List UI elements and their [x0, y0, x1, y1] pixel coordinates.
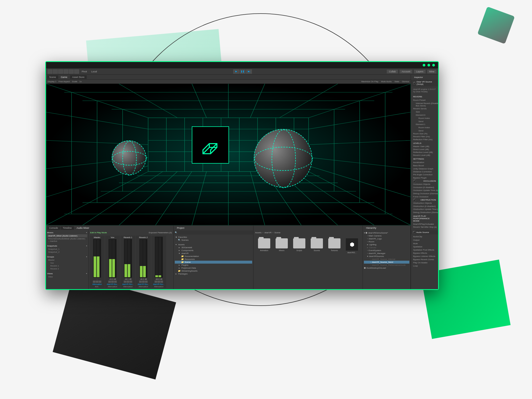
gizmos-toggle[interactable]: Gizmos	[402, 80, 409, 83]
tab-audio-mixer[interactable]: Audio Mixer	[74, 226, 92, 230]
mixer-channel[interactable]: Reverb 2 -46.2 dB dearVR Rev... Attenuat…	[136, 236, 151, 288]
folder-item[interactable]: ▸Plugins	[175, 264, 252, 267]
component-header[interactable]: Dear VR Source (Script)	[411, 80, 438, 86]
add-mixer-icon[interactable]: +	[86, 231, 87, 234]
hierarchy-item[interactable]: ▫Main Camera	[364, 234, 409, 237]
group-item[interactable]: Master	[47, 259, 87, 261]
hierarchy-item[interactable]: ▸Canvas	[364, 246, 409, 249]
occlusion-toggle[interactable]	[413, 180, 416, 182]
bypass-button[interactable]	[145, 281, 148, 283]
hierarchy-item[interactable]: ▫dearVR_Source_Performancemode	[364, 264, 409, 267]
hierarchy-item[interactable]: ▫Room	[364, 240, 409, 243]
channel-effect[interactable]: dearVR Rev...	[107, 283, 118, 285]
snapshot-item[interactable]: Snapshot_1	[47, 248, 87, 251]
asset-folder[interactable]: Scripts	[292, 238, 306, 251]
window-control-min[interactable]	[423, 64, 425, 66]
maximize-on-play[interactable]: Maximize On Play	[361, 80, 378, 83]
asset-folder[interactable]: Animation	[257, 238, 271, 251]
mute-button[interactable]	[127, 281, 129, 283]
mute-button[interactable]	[111, 281, 114, 283]
scene-root[interactable]: ▾ ⬢dearVRDemoScene*	[364, 231, 409, 234]
account-dropdown[interactable]: Account	[400, 70, 413, 73]
view-item[interactable]: View	[47, 275, 87, 278]
rotate-tool[interactable]	[58, 69, 63, 74]
collab-dropdown[interactable]: Collab	[387, 70, 398, 73]
group-item[interactable]: Reverb 1	[47, 264, 87, 267]
mixer-channel[interactable]: Master - Attenuation Add..	[90, 236, 105, 288]
channel-attenuation[interactable]: Attenuation	[139, 286, 148, 288]
edit-in-play-mode[interactable]: Edit In Play Mode	[90, 231, 107, 234]
tab-console[interactable]: Console	[47, 226, 60, 230]
hierarchy-item[interactable]: ▫dearVR_Logo	[364, 237, 409, 240]
folder-item-selected[interactable]: 📁Scene	[175, 261, 252, 264]
tab-asset-store[interactable]: Asset Store	[70, 75, 87, 79]
bypass-button[interactable]	[114, 281, 117, 283]
crumb[interactable]: Assets	[255, 231, 261, 234]
channel-meter[interactable]	[124, 239, 132, 278]
channel-meter[interactable]	[93, 239, 101, 278]
channel-effect[interactable]: dearVR Rev...	[138, 283, 149, 285]
rect-tool[interactable]	[69, 69, 74, 74]
component-enable-checkbox[interactable]	[413, 82, 415, 84]
audio-source-component[interactable]: Audio Source	[411, 230, 438, 234]
folder-item[interactable]: 📁Documentation	[175, 255, 252, 258]
asset-folder[interactable]: Textures	[327, 238, 341, 251]
snapshot-item[interactable]: Snapshot_2	[47, 251, 87, 253]
tab-inspector[interactable]: Inspector	[412, 76, 425, 79]
asset-scene[interactable]: ⬢dearVRD...	[345, 238, 359, 253]
pivot-toggle[interactable]: Pivot	[80, 70, 89, 73]
bypass-button[interactable]	[160, 281, 163, 283]
solo-button[interactable]	[108, 281, 111, 283]
hierarchy-item[interactable]: ▫dearVR_Source_Internal	[364, 258, 409, 261]
asset-folder[interactable]: Mixers	[275, 238, 289, 251]
add-snapshot-icon[interactable]: +	[86, 245, 87, 247]
channel-attenuation[interactable]: Attenuation	[123, 286, 132, 288]
play-button[interactable]: ▶	[233, 69, 239, 74]
channel-attenuation[interactable]: Attenuation	[154, 286, 163, 288]
mixer-item[interactable]: ResonanceAudioMixer (Audio Listener) – I…	[47, 237, 87, 243]
scale-tool[interactable]	[64, 69, 68, 74]
display-dropdown[interactable]: Display 1	[48, 80, 56, 83]
tab-hierarchy[interactable]: Hierarchy	[364, 226, 379, 230]
mute-audio[interactable]: Mute Audio	[381, 80, 392, 83]
channel-meter[interactable]	[109, 239, 117, 278]
channel-meter[interactable]	[155, 237, 163, 278]
game-viewport[interactable]	[46, 84, 411, 225]
add-group-icon[interactable]: +	[86, 256, 87, 258]
folder-item[interactable]: 📁StreamingAssets	[175, 269, 252, 272]
mute-button[interactable]	[142, 281, 145, 283]
mixer-item[interactable]: dearVR_Mixer (Audio Listener)	[47, 234, 87, 237]
mixer-channel[interactable]: -80.0 dB dearVR Rev... Attenuation	[151, 236, 166, 288]
audio-source-enable[interactable]	[413, 231, 415, 234]
folder-item[interactable]: ▸Polybrush Data	[175, 267, 252, 269]
channel-effect[interactable]: dearVR Rev...	[153, 283, 164, 285]
favorites-header[interactable]: ★Favorites	[175, 236, 252, 239]
tab-project[interactable]: Project	[175, 226, 186, 230]
packages-header[interactable]: ▸Packages	[175, 272, 252, 275]
channel-attenuation[interactable]: Add..	[95, 286, 99, 288]
hierarchy-item[interactable]: ▫dearVR_Manager	[364, 252, 409, 255]
hierarchy-item[interactable]: ▾dearVRSources	[364, 255, 409, 258]
aspect-dropdown[interactable]: Free Aspect	[59, 80, 70, 83]
folder-item[interactable]: ▸3DGamekit	[175, 246, 252, 249]
folder-item[interactable]: ▾dearVR	[175, 252, 252, 255]
local-toggle[interactable]: Local	[90, 70, 99, 73]
mute-button[interactable]	[157, 281, 160, 283]
layers-dropdown[interactable]: Layers	[414, 70, 425, 73]
search-scenes[interactable]: 🔍Scenes	[175, 239, 252, 242]
project-search[interactable]: 🔍	[174, 230, 253, 235]
solo-button[interactable]	[139, 281, 142, 283]
crumb[interactable]: dearVR	[264, 231, 272, 234]
channel-effect[interactable]: dearVR Rev...	[122, 283, 134, 285]
step-button[interactable]: ▶|	[246, 69, 252, 74]
transform-tool[interactable]	[74, 69, 79, 74]
group-item[interactable]: Reverb 2	[47, 267, 87, 270]
hierarchy-item[interactable]: ▸Lighting	[364, 243, 409, 246]
tab-timeline[interactable]: Timeline	[61, 226, 74, 230]
hand-tool[interactable]	[48, 69, 52, 74]
group-item[interactable]: Vox	[47, 261, 87, 264]
solo-button[interactable]	[93, 281, 95, 283]
move-tool[interactable]	[53, 69, 58, 74]
crumb[interactable]: Scene	[274, 231, 280, 234]
channel-meter[interactable]	[139, 239, 147, 278]
